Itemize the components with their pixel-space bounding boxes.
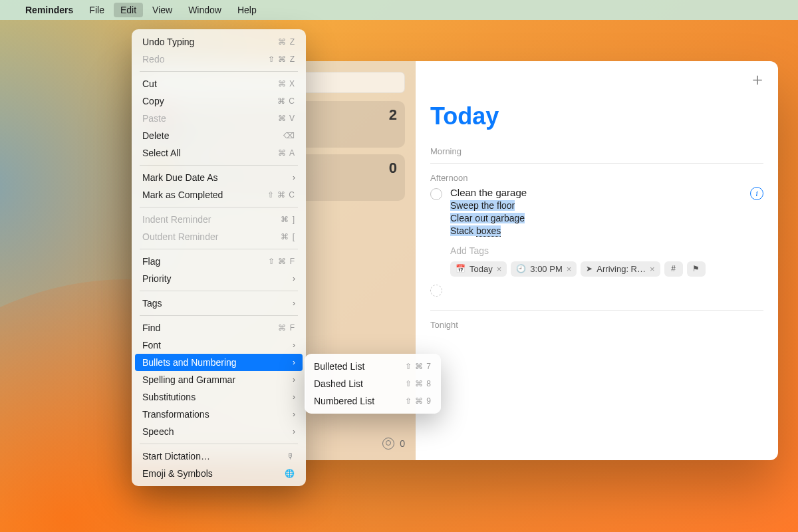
page-title: Today xyxy=(430,102,763,130)
menu-item-bullets-and-numbering[interactable]: Bullets and Numbering› xyxy=(135,354,303,371)
shared-icon xyxy=(382,438,394,450)
chevron-right-icon: › xyxy=(293,375,295,384)
mic-icon: 🎙 xyxy=(287,452,295,461)
main-pane: ＋ Today Morning Afternoon Clean the gara… xyxy=(416,61,778,460)
submenu-item-numbered-list[interactable]: Numbered List⇧ ⌘ 9 xyxy=(305,392,441,410)
menu-item-redo: Redo⇧ ⌘ Z xyxy=(132,51,306,68)
chip-remove[interactable]: × xyxy=(497,264,502,274)
shortcut: ⇧ ⌘ Z xyxy=(268,55,295,64)
chevron-right-icon: › xyxy=(293,340,295,350)
menu-item-mark-as-completed[interactable]: Mark as Completed⇧ ⌘ C xyxy=(132,186,306,203)
submenu-item-dashed-list[interactable]: Dashed List⇧ ⌘ 8 xyxy=(305,375,441,392)
menu-item-spelling-and-grammar[interactable]: Spelling and Grammar› xyxy=(132,371,306,388)
menu-separator xyxy=(140,165,298,166)
smart-list-count: 0 xyxy=(389,160,397,177)
section-morning: Morning xyxy=(430,146,763,156)
menu-item-mark-due-date-as[interactable]: Mark Due Date As› xyxy=(132,169,306,186)
location-icon: ➤ xyxy=(586,264,593,273)
menu-separator xyxy=(140,315,298,316)
shortcut: ⌘ V xyxy=(278,114,295,123)
hash-icon: # xyxy=(671,264,676,273)
menu-separator xyxy=(140,207,298,207)
menu-view[interactable]: View xyxy=(146,3,179,17)
add-reminder-button[interactable]: ＋ xyxy=(749,68,766,91)
menu-item-priority[interactable]: Priority› xyxy=(132,270,306,287)
menu-item-outdent-reminder: Outdent Reminder⌘ [ xyxy=(132,228,306,245)
shortcut: ⌘ ] xyxy=(281,215,295,224)
chevron-right-icon: › xyxy=(293,410,295,419)
menu-item-select-all[interactable]: Select All⌘ A xyxy=(132,144,306,162)
menubar: Reminders File Edit View Window Help xyxy=(0,0,798,20)
clock-icon: 🕘 xyxy=(516,264,526,273)
chip-flag[interactable]: ⚑ xyxy=(687,261,706,277)
complete-toggle[interactable] xyxy=(430,188,442,200)
calendar-icon: 📅 xyxy=(456,264,466,273)
shortcut: ⌘ [ xyxy=(281,232,295,241)
shortcut: ⇧ ⌘ 8 xyxy=(405,379,432,388)
menu-item-speech[interactable]: Speech› xyxy=(132,423,306,440)
menu-item-font[interactable]: Font› xyxy=(132,336,306,354)
edit-menu-dropdown: Undo Typing⌘ ZRedo⇧ ⌘ ZCut⌘ XCopy⌘ CPast… xyxy=(132,29,306,486)
divider xyxy=(430,163,763,164)
chevron-right-icon: › xyxy=(293,358,295,367)
app-menu[interactable]: Reminders xyxy=(19,3,80,17)
shortcut: ⇧ ⌘ F xyxy=(268,257,295,266)
chip-tag[interactable]: # xyxy=(664,261,683,277)
info-icon[interactable]: i xyxy=(750,187,763,200)
menu-item-emoji-symbols[interactable]: Emoji & Symbols🌐 xyxy=(132,465,306,482)
menu-item-start-dictation-[interactable]: Start Dictation…🎙 xyxy=(132,448,306,465)
complete-toggle[interactable] xyxy=(430,285,442,297)
menu-item-delete[interactable]: Delete⌫ xyxy=(132,127,306,144)
shortcut: ⌘ F xyxy=(278,323,295,332)
shortcut: ⇧ ⌘ 7 xyxy=(405,362,432,371)
menu-item-substitutions[interactable]: Substitutions› xyxy=(132,388,306,406)
shortcut: ⇧ ⌘ 9 xyxy=(405,396,432,406)
chip-time[interactable]: 🕘3:00 PM× xyxy=(511,261,577,277)
chip-date[interactable]: 📅Today× xyxy=(450,261,507,277)
shared-count: 0 xyxy=(400,438,405,449)
submenu-item-bulleted-list[interactable]: Bulleted List⇧ ⌘ 7 xyxy=(305,358,441,375)
reminder-notes[interactable]: Sweep the floor Clear out garbage Stack … xyxy=(450,200,763,237)
menu-separator xyxy=(140,249,298,249)
menu-edit[interactable]: Edit xyxy=(114,3,143,17)
chip-remove[interactable]: × xyxy=(567,264,572,274)
menu-item-tags[interactable]: Tags› xyxy=(132,295,306,312)
flag-icon: ⚑ xyxy=(692,264,700,273)
new-reminder-placeholder[interactable] xyxy=(430,283,763,301)
menu-separator xyxy=(140,291,298,291)
menu-item-indent-reminder: Indent Reminder⌘ ] xyxy=(132,211,306,228)
section-tonight: Tonight xyxy=(430,320,763,330)
shortcut: ⌘ C xyxy=(277,96,295,106)
chevron-right-icon: › xyxy=(293,299,295,308)
menu-separator xyxy=(140,444,298,444)
menu-help[interactable]: Help xyxy=(231,3,263,17)
shortcut: ⌘ X xyxy=(278,79,295,88)
menu-separator xyxy=(140,71,298,72)
shortcut: ⇧ ⌘ C xyxy=(267,190,295,200)
menu-item-transformations[interactable]: Transformations› xyxy=(132,406,306,423)
reminder-title[interactable]: Clean the garage xyxy=(450,187,763,198)
globe-icon: 🌐 xyxy=(285,469,295,478)
menu-item-flag[interactable]: Flag⇧ ⌘ F xyxy=(132,253,306,270)
divider xyxy=(430,310,763,311)
reminder-item[interactable]: Clean the garage Sweep the floor Clear o… xyxy=(430,187,763,241)
chevron-right-icon: › xyxy=(293,173,295,182)
chevron-right-icon: › xyxy=(293,427,295,436)
shortcut: ⌫ xyxy=(283,131,295,140)
shortcut: ⌘ A xyxy=(278,148,295,158)
chip-remove[interactable]: × xyxy=(650,264,655,274)
menu-window[interactable]: Window xyxy=(182,3,228,17)
menu-item-find[interactable]: Find⌘ F xyxy=(132,319,306,336)
menu-file[interactable]: File xyxy=(82,3,111,17)
add-tags-field[interactable]: Add Tags xyxy=(450,245,763,256)
reminder-chips: 📅Today× 🕘3:00 PM× ➤Arriving: R…× # ⚑ xyxy=(450,261,763,277)
chevron-right-icon: › xyxy=(293,274,295,283)
menu-item-cut[interactable]: Cut⌘ X xyxy=(132,75,306,92)
menu-item-copy[interactable]: Copy⌘ C xyxy=(132,92,306,110)
shortcut: ⌘ Z xyxy=(278,37,295,47)
chip-location[interactable]: ➤Arriving: R…× xyxy=(581,261,660,277)
chevron-right-icon: › xyxy=(293,392,295,402)
smart-list-count: 2 xyxy=(389,106,397,124)
menu-item-paste: Paste⌘ V xyxy=(132,110,306,127)
menu-item-undo-typing[interactable]: Undo Typing⌘ Z xyxy=(132,33,306,51)
